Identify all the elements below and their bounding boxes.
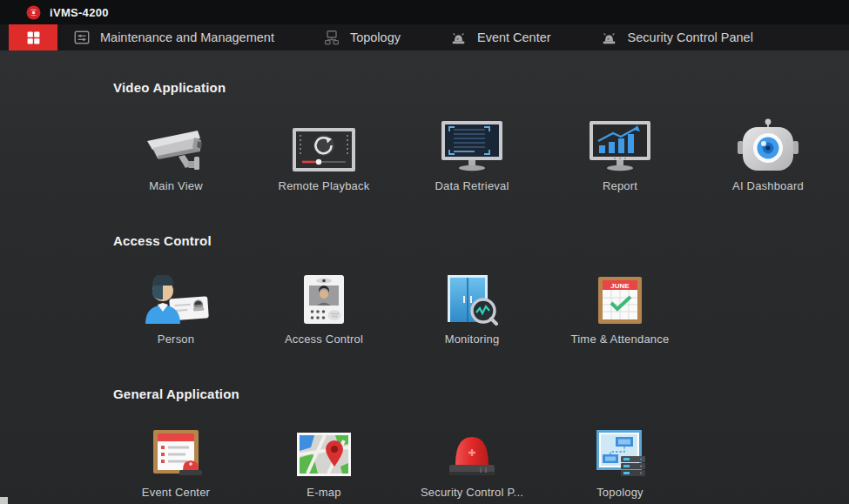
home-grid-button[interactable] xyxy=(9,24,57,50)
app-access-control[interactable]: Access Control xyxy=(250,272,398,346)
tab-label: Maintenance and Management xyxy=(100,30,274,44)
calendar-month-text: JUNE xyxy=(610,282,630,290)
door-magnifier-icon xyxy=(442,272,502,326)
title-bar: iVMS-4200 xyxy=(0,0,849,24)
apps-row: Event Center xyxy=(0,425,849,500)
app-label: Topology xyxy=(596,486,643,500)
apps-row: Person xyxy=(0,272,849,346)
siren-icon xyxy=(449,29,468,46)
data-retrieval-monitor-icon xyxy=(440,118,504,172)
app-label: Time & Attendance xyxy=(571,333,670,346)
app-label: Data Retrieval xyxy=(435,179,509,193)
robot-head-icon xyxy=(737,118,799,172)
app-ai-dashboard[interactable]: AI Dashboard xyxy=(694,118,842,193)
tab-security-control-panel[interactable]: Security Control Panel xyxy=(600,24,753,50)
tab-label: Topology xyxy=(350,30,401,44)
chart-monitor-icon xyxy=(588,118,652,172)
door-station-icon xyxy=(297,272,351,326)
section-video-application: Video Application Main View xyxy=(0,80,849,193)
section-title: General Application xyxy=(113,386,849,402)
app-label: Remote Playback xyxy=(279,179,370,193)
apps-row: Main View xyxy=(0,118,849,193)
red-siren-icon xyxy=(442,425,502,479)
app-label: E-map xyxy=(307,486,340,500)
app-label: Main View xyxy=(149,179,203,193)
app-label: Report xyxy=(603,179,637,193)
app-title: iVMS-4200 xyxy=(50,6,109,19)
app-person[interactable]: Person xyxy=(102,272,250,346)
home-page-content: Video Application Main View xyxy=(0,50,849,504)
tab-maintenance-and-management[interactable]: Maintenance and Management xyxy=(73,24,274,50)
section-title: Access Control xyxy=(113,233,849,249)
main-nav-bar: Maintenance and Management Topology Even xyxy=(0,24,849,50)
app-e-map[interactable]: E-map xyxy=(250,425,398,500)
app-remote-playback[interactable]: Remote Playback xyxy=(250,118,398,193)
tab-topology[interactable]: Topology xyxy=(323,24,401,50)
app-time-attendance[interactable]: JUNE Time & Attendance xyxy=(546,272,694,346)
app-topology[interactable]: Topology xyxy=(546,425,694,500)
event-board-siren-icon xyxy=(148,425,204,479)
app-report[interactable]: Report xyxy=(546,118,694,193)
playback-monitor-icon xyxy=(292,118,356,172)
app-label: Security Control P... xyxy=(421,486,523,500)
grid-home-icon xyxy=(25,30,42,46)
app-label: Access Control xyxy=(285,333,363,346)
maintenance-icon xyxy=(73,29,91,46)
cctv-camera-icon xyxy=(140,118,212,172)
app-data-retrieval[interactable]: Data Retrieval xyxy=(398,118,546,193)
siren-icon xyxy=(600,29,618,46)
person-id-card-icon xyxy=(142,272,210,326)
app-label: Event Center xyxy=(142,486,210,500)
topology-network-icon xyxy=(591,425,649,479)
app-label: Monitoring xyxy=(445,333,500,346)
app-label: Person xyxy=(158,333,194,346)
section-general-application: General Application xyxy=(0,386,849,500)
app-main-view[interactable]: Main View xyxy=(102,118,250,193)
app-label: AI Dashboard xyxy=(732,179,804,193)
app-event-center[interactable]: Event Center xyxy=(102,425,250,500)
tab-event-center[interactable]: Event Center xyxy=(449,24,551,50)
topology-nav-icon xyxy=(323,29,340,46)
desktop-corner-artifact xyxy=(0,497,8,504)
app-security-control-panel[interactable]: Security Control P... xyxy=(398,425,546,500)
tab-label: Event Center xyxy=(477,30,551,44)
app-monitoring[interactable]: Monitoring xyxy=(398,272,546,346)
map-pin-icon xyxy=(295,425,353,479)
section-title: Video Application xyxy=(113,80,849,96)
tab-label: Security Control Panel xyxy=(628,30,753,44)
calendar-check-icon: JUNE xyxy=(595,272,645,326)
hikvision-logo-icon xyxy=(26,5,41,20)
section-access-control: Access Control xyxy=(0,233,849,346)
